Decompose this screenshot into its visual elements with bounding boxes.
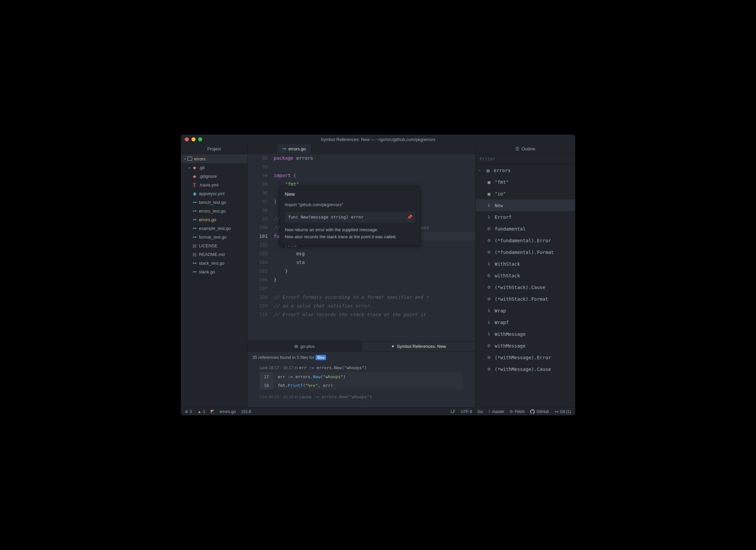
tree-item-errors-test-go[interactable]: ⊶errors_test.go: [181, 207, 247, 215]
tree-root-errors[interactable]: ▾ errors: [181, 154, 247, 163]
github-icon: [530, 409, 535, 414]
code-editor[interactable]: 9293949596979899100101102103104105106107…: [248, 154, 475, 341]
status-git[interactable]: ⊶Git (1): [554, 409, 571, 414]
code-content: package errors import ( "fmt" "io") // N…: [274, 154, 475, 341]
file-icon: T: [192, 182, 198, 187]
outline-item[interactable]: fundamental: [476, 223, 575, 235]
tree-item-stack-go[interactable]: ⊶stack.go: [181, 267, 247, 276]
outline-item[interactable]: λNew: [476, 199, 575, 211]
tree-item-stack-test-go[interactable]: ⊶stack_test.go: [181, 259, 247, 267]
close-window-button[interactable]: [185, 137, 189, 141]
panel-tab-symbol-references[interactable]: ✦ Symbol References: New: [362, 341, 475, 351]
symbol-kind-icon: ℗: [486, 367, 492, 372]
tree-item-label: README.md: [199, 252, 225, 257]
outline-item[interactable]: ▣"fmt": [476, 176, 575, 188]
sparkle-icon: ✦: [391, 344, 395, 349]
tree-item-README-md[interactable]: ▤README.md: [181, 250, 247, 259]
symbol-kind-icon: λ: [486, 215, 492, 220]
symbol-kind-icon: ℗: [486, 285, 492, 290]
outline-item[interactable]: λErrorf: [476, 211, 575, 223]
tree-item-label: bench_test.go: [199, 200, 226, 205]
status-language[interactable]: Go: [478, 409, 483, 414]
tab-label: errors.go: [288, 146, 306, 151]
zoom-window-button[interactable]: [198, 137, 202, 141]
outline-item-label: Wrap: [495, 308, 506, 313]
bottom-panel: ⊞ go-plus ✦ Symbol References: New 35 re…: [248, 341, 475, 407]
chevron-down-icon: ▾: [183, 157, 187, 161]
reference-code-preview: 17err := errors.New("whoops")18fmt.Print…: [260, 372, 463, 390]
folder-icon: [187, 157, 193, 161]
status-diff[interactable]: [211, 410, 214, 413]
tree-item-label: errors.go: [199, 217, 216, 222]
plus-box-icon: ⊞: [294, 344, 298, 349]
outline-item[interactable]: λWrapf: [476, 316, 575, 328]
status-cursor-pos[interactable]: 101:8: [241, 409, 251, 414]
outline-item[interactable]: ℗(*withMessage).Cause: [476, 363, 575, 375]
outline-root[interactable]: ▾ ▤ errors: [476, 164, 575, 176]
warning-icon: ▲: [198, 409, 202, 414]
status-eol[interactable]: LF: [451, 409, 456, 414]
outline-item[interactable]: ℗(*fundamental).Format: [476, 246, 575, 258]
chevron-down-icon: ▾: [479, 169, 482, 172]
file-icon: ⊶: [192, 226, 198, 231]
tree-item--travis-yml[interactable]: T.travis.yml: [181, 180, 247, 189]
outline-item-label: "io": [495, 191, 506, 196]
outline-item[interactable]: ℗(*withStack).Cause: [476, 281, 575, 293]
outline-filter-input[interactable]: [476, 154, 575, 164]
status-branch[interactable]: ᚶmaster: [488, 409, 505, 414]
tree-item-label: LICENSE: [199, 243, 218, 248]
minimize-window-button[interactable]: [192, 137, 196, 141]
symbol-kind-icon: λ: [486, 308, 492, 313]
tree-item-example-test-go[interactable]: ⊶example_test.go: [181, 224, 247, 233]
outline-item[interactable]: λWithStack: [476, 258, 575, 270]
go-file-icon: ⊶: [282, 147, 286, 151]
status-errors[interactable]: ⊘0: [185, 409, 192, 414]
tree-item-errors-go[interactable]: ⊶errors.go: [181, 215, 247, 224]
outline-item[interactable]: λWithMessage: [476, 328, 575, 340]
file-icon: ⊶: [192, 261, 198, 265]
outline-item[interactable]: λWrap: [476, 305, 575, 316]
reference-item[interactable]: Line 40:19 - 40:19 in cause := errors.Ne…: [260, 392, 463, 401]
tree-item--git[interactable]: ▸◆.git: [181, 163, 247, 172]
outline-item-label: withMessage: [495, 343, 526, 349]
hover-import: import "github.com/pkg/errors": [285, 201, 415, 209]
outline-item[interactable]: withMessage: [476, 340, 575, 352]
tree-item-label: stack.go: [199, 269, 215, 274]
outline-item-label: Wrapf: [495, 320, 509, 325]
project-sidebar: Project ▾ errors ▸◆.git◆.gitignoreT.trav…: [181, 144, 248, 407]
tree-item-format-test-go[interactable]: ⊶format_test.go: [181, 233, 247, 241]
status-github[interactable]: GitHub: [530, 409, 549, 414]
file-icon: ⊶: [192, 270, 198, 274]
pin-icon[interactable]: 📌: [407, 214, 412, 221]
panel-tab-go-plus[interactable]: ⊞ go-plus: [248, 341, 362, 351]
outline-item[interactable]: withStack: [476, 270, 575, 281]
tree-item-label: .git: [199, 165, 205, 170]
tree-item-LICENSE[interactable]: ▤LICENSE: [181, 241, 247, 250]
status-file[interactable]: errors.go: [220, 409, 236, 414]
tree-item-label: example_test.go: [199, 226, 231, 231]
tree-item--gitignore[interactable]: ◆.gitignore: [181, 172, 247, 180]
status-encoding[interactable]: UTF-8: [461, 409, 472, 414]
main-area: Project ▾ errors ▸◆.git◆.gitignoreT.trav…: [181, 144, 575, 407]
outline-item-label: (*withMessage).Error: [495, 355, 551, 360]
tab-errors-go[interactable]: ⊶ errors.go: [277, 144, 311, 153]
tree-item-label: errors_test.go: [199, 209, 226, 214]
status-warnings[interactable]: ▲1: [198, 409, 206, 414]
outline-item[interactable]: ℗(*fundamental).Error: [476, 235, 575, 246]
hover-doc-line: New also records the stack trace at the …: [285, 234, 415, 241]
line-gutter: 9293949596979899100101102103104105106107…: [248, 154, 274, 341]
symbol-kind-icon: [486, 343, 492, 349]
file-tree: ▾ errors ▸◆.git◆.gitignoreT.travis.yml◉a…: [181, 154, 247, 407]
window-controls: [181, 137, 202, 141]
symbol-kind-icon: ℗: [486, 250, 492, 255]
outline-title: ☰ Outline: [476, 144, 575, 154]
outline-item[interactable]: ℗(*withMessage).Error: [476, 352, 575, 363]
outline-item-label: WithMessage: [495, 331, 526, 337]
status-fetch[interactable]: ⟳Fetch: [510, 409, 525, 414]
outline-item[interactable]: ▣"io": [476, 188, 575, 199]
tree-item-appveyor-yml[interactable]: ◉appveyor.yml: [181, 189, 247, 198]
outline-item[interactable]: ℗(*withStack).Format: [476, 293, 575, 305]
tree-item-bench-test-go[interactable]: ⊶bench_test.go: [181, 198, 247, 207]
reference-item[interactable]: Line 18:17 - 18:17 in err := errors.New(…: [260, 363, 463, 390]
tree-item-label: .gitignore: [199, 174, 217, 179]
